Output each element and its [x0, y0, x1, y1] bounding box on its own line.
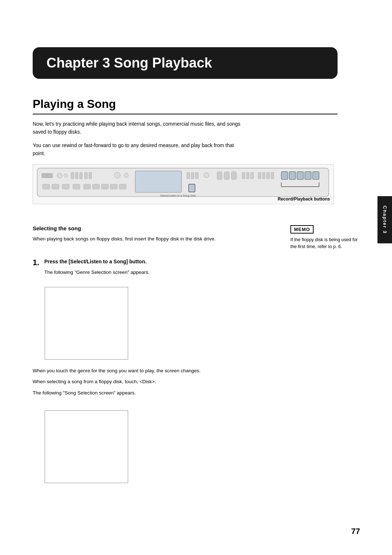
svg-rect-24: [267, 172, 270, 179]
record-playback-label: Record/Playback buttons: [278, 197, 330, 202]
svg-point-4: [64, 174, 68, 177]
svg-point-10: [115, 172, 121, 178]
after-screen1-line2: When selecting a song from a floppy disk…: [33, 378, 247, 386]
genre-selection-screen: [45, 287, 128, 360]
section-title: Playing a Song: [33, 97, 338, 114]
svg-rect-12: [187, 172, 190, 179]
chapter-tab-text: Chapter 3: [382, 206, 388, 234]
svg-rect-29: [73, 184, 80, 189]
svg-rect-7: [79, 172, 82, 179]
svg-rect-21: [251, 172, 254, 179]
svg-rect-35: [281, 171, 288, 179]
chapter-banner: Chapter 3 Song Playback: [33, 47, 338, 79]
device-image-container: Select/Listen to a Song Disk Record/Play…: [33, 164, 334, 204]
svg-rect-5: [71, 172, 74, 179]
svg-rect-37: [297, 171, 303, 179]
svg-rect-33: [110, 184, 118, 189]
page-number: 77: [351, 527, 360, 536]
intro-para2: You can use rewind or fast-forward to go…: [33, 141, 247, 158]
song-selection-screen: [45, 410, 128, 483]
main-content: Now, let's try practicing while playing …: [33, 120, 247, 204]
svg-point-3: [57, 173, 62, 178]
svg-point-15: [204, 173, 209, 178]
intro-para1: Now, let's try practicing while playing …: [33, 120, 247, 136]
svg-rect-14: [195, 172, 198, 179]
selecting-section: Selecting the song When playing back son…: [33, 225, 247, 246]
svg-rect-6: [75, 172, 78, 179]
chapter-tab: Chapter 3: [377, 196, 392, 243]
svg-rect-8: [85, 172, 87, 179]
svg-rect-23: [262, 172, 265, 179]
section-title-text: Playing a Song: [33, 97, 116, 110]
memo-text: If the floppy disk is being used for the…: [290, 236, 363, 251]
svg-rect-22: [258, 172, 261, 179]
svg-rect-13: [191, 172, 194, 179]
svg-rect-28: [62, 184, 69, 189]
selecting-title: Selecting the song: [33, 225, 247, 231]
svg-rect-32: [101, 184, 109, 189]
page: Chapter 3 Song Playback Chapter 3 Playin…: [0, 0, 392, 555]
memo-area: MEMO If the floppy disk is being used fo…: [290, 225, 363, 251]
text-after-screen1: When you touch the genre for the song yo…: [33, 367, 247, 400]
svg-rect-27: [52, 184, 59, 189]
after-screen1-line3: The following "Song Selection screen" ap…: [33, 389, 247, 397]
svg-rect-20: [246, 172, 249, 179]
memo-label-container: MEMO: [290, 225, 363, 234]
step-instruction: Press the [Select/Listen to a Song] butt…: [44, 258, 247, 266]
svg-rect-34: [119, 184, 126, 189]
svg-rect-38: [305, 171, 311, 179]
step-number: 1.: [33, 258, 39, 267]
selecting-body: When playing back songs on floppy disks,…: [33, 235, 247, 243]
step1-container: 1. Press the [Select/Listen to a Song] b…: [33, 258, 247, 276]
svg-text:Select/Listen to a Song Disk: Select/Listen to a Song Disk: [160, 194, 196, 197]
svg-rect-26: [42, 184, 50, 189]
chapter-banner-text: Chapter 3 Song Playback: [46, 55, 212, 70]
svg-rect-16: [217, 171, 222, 179]
step-subtext: The following "Genre Selection screen" a…: [44, 268, 247, 276]
svg-rect-17: [224, 171, 229, 179]
svg-rect-25: [271, 172, 274, 179]
svg-rect-30: [83, 184, 91, 189]
memo-logo: MEMO: [290, 225, 314, 234]
svg-rect-2: [42, 173, 52, 178]
svg-rect-1: [135, 171, 181, 192]
svg-point-11: [124, 173, 128, 177]
svg-rect-40: [189, 184, 195, 192]
svg-rect-39: [313, 171, 319, 179]
svg-rect-36: [289, 171, 296, 179]
after-screen1-line1: When you touch the genre for the song yo…: [33, 367, 247, 375]
svg-rect-9: [89, 172, 92, 179]
device-image: Select/Listen to a Song Disk Record/Play…: [33, 164, 334, 204]
svg-rect-19: [242, 172, 245, 179]
svg-rect-18: [232, 171, 237, 179]
svg-rect-31: [93, 184, 100, 189]
